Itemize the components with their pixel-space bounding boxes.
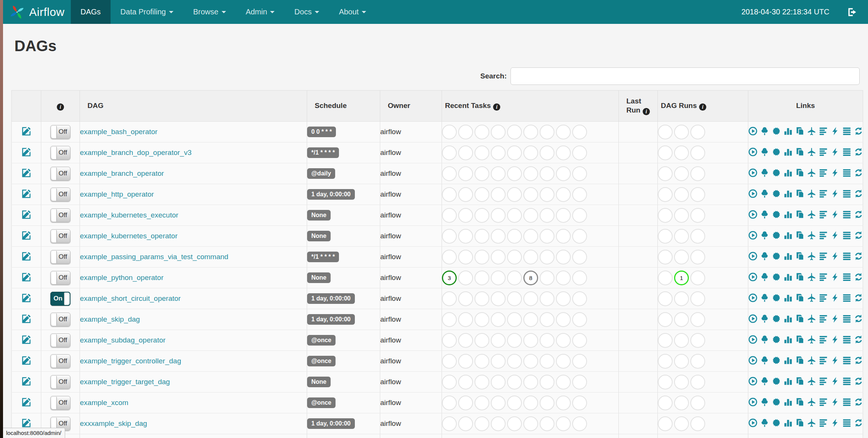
graph-view-icon[interactable] bbox=[772, 377, 781, 386]
refresh-icon[interactable] bbox=[854, 147, 863, 156]
gantt-icon[interactable] bbox=[819, 272, 828, 282]
landing-times-icon[interactable] bbox=[807, 210, 816, 219]
dag-details-icon[interactable] bbox=[842, 314, 851, 323]
code-view-icon[interactable] bbox=[831, 231, 840, 240]
landing-times-icon[interactable] bbox=[807, 147, 816, 156]
code-view-icon[interactable] bbox=[831, 147, 840, 156]
dag-pause-toggle[interactable]: Off bbox=[50, 396, 70, 410]
dag-link[interactable]: example_subdag_operator bbox=[80, 336, 165, 344]
dag-pause-toggle[interactable]: Off bbox=[50, 167, 70, 181]
task-tries-icon[interactable] bbox=[795, 377, 804, 386]
gantt-icon[interactable] bbox=[819, 189, 828, 198]
tree-view-icon[interactable] bbox=[760, 147, 769, 156]
refresh-icon[interactable] bbox=[854, 210, 863, 219]
landing-times-icon[interactable] bbox=[807, 314, 816, 323]
task-duration-icon[interactable] bbox=[784, 168, 793, 177]
graph-view-icon[interactable] bbox=[772, 418, 781, 427]
trigger-dag-icon[interactable] bbox=[748, 147, 757, 156]
dag-pause-toggle[interactable]: Off bbox=[50, 271, 70, 285]
dag-link[interactable]: example_bash_operator bbox=[80, 128, 158, 136]
nav-item-admin[interactable]: Admin bbox=[236, 0, 285, 24]
trigger-dag-icon[interactable] bbox=[748, 231, 757, 240]
edit-dag-icon[interactable] bbox=[21, 251, 31, 261]
task-tries-icon[interactable] bbox=[795, 147, 804, 156]
task-duration-icon[interactable] bbox=[784, 377, 793, 386]
trigger-dag-icon[interactable] bbox=[748, 314, 757, 323]
landing-times-icon[interactable] bbox=[807, 252, 816, 261]
nav-item-about[interactable]: About bbox=[329, 0, 376, 24]
edit-dag-icon[interactable] bbox=[21, 210, 31, 220]
dag-details-icon[interactable] bbox=[842, 168, 851, 177]
dag-pause-toggle[interactable]: Off bbox=[50, 188, 70, 202]
dag-pause-toggle[interactable]: Off bbox=[50, 250, 70, 264]
gantt-icon[interactable] bbox=[819, 418, 828, 427]
tree-view-icon[interactable] bbox=[760, 335, 769, 344]
task-tries-icon[interactable] bbox=[795, 168, 804, 177]
dag-link[interactable]: example_branch_dop_operator_v3 bbox=[80, 149, 192, 156]
trigger-dag-icon[interactable] bbox=[748, 168, 757, 177]
code-view-icon[interactable] bbox=[831, 168, 840, 177]
task-tries-icon[interactable] bbox=[795, 252, 804, 261]
tree-view-icon[interactable] bbox=[760, 127, 769, 136]
gantt-icon[interactable] bbox=[819, 210, 828, 219]
trigger-dag-icon[interactable] bbox=[748, 272, 757, 282]
task-duration-icon[interactable] bbox=[784, 147, 793, 156]
dag-link[interactable]: example_kubernetes_operator bbox=[80, 232, 178, 240]
trigger-dag-icon[interactable] bbox=[748, 252, 757, 261]
graph-view-icon[interactable] bbox=[772, 127, 781, 136]
gantt-icon[interactable] bbox=[819, 252, 828, 261]
dag-pause-toggle[interactable]: Off bbox=[50, 313, 70, 327]
task-state-circle[interactable]: 3 bbox=[442, 271, 457, 285]
task-duration-icon[interactable] bbox=[784, 356, 793, 365]
tree-view-icon[interactable] bbox=[760, 210, 769, 219]
dag-link[interactable]: example_trigger_target_dag bbox=[80, 378, 170, 386]
task-tries-icon[interactable] bbox=[795, 189, 804, 198]
refresh-icon[interactable] bbox=[854, 231, 863, 240]
graph-view-icon[interactable] bbox=[772, 210, 781, 219]
dag-details-icon[interactable] bbox=[842, 210, 851, 219]
dag-pause-toggle[interactable]: On bbox=[50, 292, 70, 306]
refresh-icon[interactable] bbox=[854, 418, 863, 427]
task-duration-icon[interactable] bbox=[784, 189, 793, 198]
tree-view-icon[interactable] bbox=[760, 231, 769, 240]
graph-view-icon[interactable] bbox=[772, 356, 781, 365]
dag-pause-toggle[interactable]: Off bbox=[50, 146, 70, 160]
gantt-icon[interactable] bbox=[819, 397, 828, 407]
gantt-icon[interactable] bbox=[819, 147, 828, 156]
task-duration-icon[interactable] bbox=[784, 231, 793, 240]
task-state-circle[interactable]: 1 bbox=[674, 271, 689, 285]
refresh-icon[interactable] bbox=[854, 272, 863, 282]
dag-details-icon[interactable] bbox=[842, 127, 851, 136]
dag-link[interactable]: example_kubernetes_executor bbox=[80, 211, 178, 219]
tree-view-icon[interactable] bbox=[760, 418, 769, 427]
task-duration-icon[interactable] bbox=[784, 127, 793, 136]
task-tries-icon[interactable] bbox=[795, 210, 804, 219]
edit-dag-icon[interactable] bbox=[21, 293, 31, 303]
nav-item-browse[interactable]: Browse bbox=[183, 0, 236, 24]
dag-details-icon[interactable] bbox=[842, 272, 851, 282]
edit-dag-icon[interactable] bbox=[21, 168, 31, 178]
tree-view-icon[interactable] bbox=[760, 168, 769, 177]
code-view-icon[interactable] bbox=[831, 418, 840, 427]
dag-details-icon[interactable] bbox=[842, 252, 851, 261]
refresh-icon[interactable] bbox=[854, 293, 863, 302]
gantt-icon[interactable] bbox=[819, 377, 828, 386]
task-tries-icon[interactable] bbox=[795, 272, 804, 282]
landing-times-icon[interactable] bbox=[807, 127, 816, 136]
trigger-dag-icon[interactable] bbox=[748, 293, 757, 302]
gantt-icon[interactable] bbox=[819, 356, 828, 365]
task-tries-icon[interactable] bbox=[795, 418, 804, 427]
code-view-icon[interactable] bbox=[831, 210, 840, 219]
trigger-dag-icon[interactable] bbox=[748, 377, 757, 386]
task-tries-icon[interactable] bbox=[795, 397, 804, 407]
refresh-icon[interactable] bbox=[854, 377, 863, 386]
dag-pause-toggle[interactable]: Off bbox=[50, 125, 70, 139]
landing-times-icon[interactable] bbox=[807, 356, 816, 365]
tree-view-icon[interactable] bbox=[760, 377, 769, 386]
landing-times-icon[interactable] bbox=[807, 189, 816, 198]
dag-link[interactable]: example_http_operator bbox=[80, 190, 154, 198]
edit-dag-icon[interactable] bbox=[21, 397, 31, 407]
landing-times-icon[interactable] bbox=[807, 377, 816, 386]
code-view-icon[interactable] bbox=[831, 252, 840, 261]
graph-view-icon[interactable] bbox=[772, 335, 781, 344]
